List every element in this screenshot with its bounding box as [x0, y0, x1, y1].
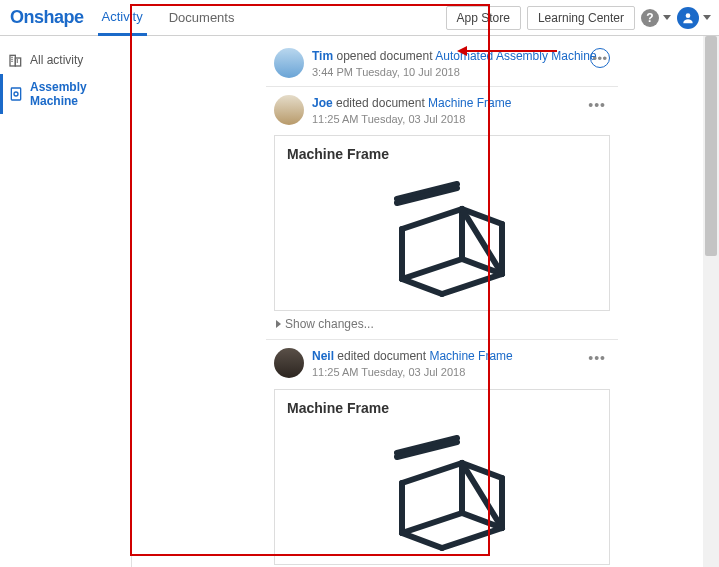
- chevron-down-icon: [663, 15, 671, 20]
- feed-document-link[interactable]: Machine Frame: [428, 96, 511, 110]
- feed-item-menu-button[interactable]: •••: [590, 48, 610, 68]
- ellipsis-icon: •••: [588, 97, 606, 113]
- feed-timestamp: 11:25 AM Tuesday, 03 Jul 2018: [312, 365, 513, 380]
- feed-timestamp: 3:44 PM Tuesday, 10 Jul 2018: [312, 65, 597, 80]
- feed-action-text: opened document: [333, 49, 435, 63]
- feed-user-link[interactable]: Neil: [312, 349, 334, 363]
- document-icon: [8, 86, 24, 102]
- scrollbar-thumb[interactable]: [705, 36, 717, 256]
- svg-line-20: [442, 274, 502, 294]
- preview-title: Machine Frame: [287, 146, 597, 162]
- activity-feed: Tim opened document Automated Assembly M…: [266, 36, 618, 567]
- feed-item-head: Neil edited document Machine Frame11:25 …: [274, 348, 610, 380]
- tab-documents[interactable]: Documents: [165, 0, 239, 36]
- svg-line-13: [402, 209, 462, 229]
- user-avatar-icon: [677, 7, 699, 29]
- svg-point-9: [14, 92, 18, 96]
- feed-item-head: Joe edited document Machine Frame11:25 A…: [274, 95, 610, 127]
- svg-rect-1: [10, 55, 15, 66]
- user-menu[interactable]: [677, 7, 711, 29]
- sidebar-item-assembly-machine[interactable]: Assembly Machine: [0, 74, 131, 114]
- sidebar-item-label: All activity: [30, 53, 83, 67]
- sidebar: All activity Assembly Machine: [0, 36, 132, 567]
- chevron-right-icon: [276, 320, 281, 328]
- show-changes-toggle[interactable]: Show changes...: [274, 311, 610, 333]
- ellipsis-icon: •••: [592, 51, 607, 66]
- tab-activity[interactable]: Activity: [98, 0, 147, 36]
- feed-item-text: Neil edited document Machine Frame11:25 …: [312, 348, 513, 380]
- chevron-down-icon: [703, 15, 711, 20]
- feed-user-link[interactable]: Joe: [312, 96, 333, 110]
- help-icon: ?: [641, 9, 659, 27]
- svg-line-25: [402, 463, 462, 483]
- feed-item: Joe edited document Machine Frame11:25 A…: [266, 86, 618, 339]
- building-icon: [8, 52, 24, 68]
- feed-item: Neil edited document Machine Frame11:25 …: [266, 339, 618, 567]
- feed-action-text: edited document: [333, 96, 428, 110]
- feed-item-text: Tim opened document Automated Assembly M…: [312, 48, 597, 80]
- preview-card[interactable]: Machine Frame: [274, 389, 610, 565]
- svg-line-15: [402, 259, 462, 279]
- learning-center-button[interactable]: Learning Center: [527, 6, 635, 30]
- feed-document-link[interactable]: Automated Assembly Machine: [435, 49, 596, 63]
- app-header: Onshape Activity Documents App Store Lea…: [0, 0, 719, 36]
- feed-document-link[interactable]: Machine Frame: [429, 349, 512, 363]
- user-avatar[interactable]: [274, 95, 304, 125]
- svg-line-32: [442, 528, 502, 548]
- show-changes-label: Show changes...: [285, 317, 374, 331]
- app-store-button[interactable]: App Store: [446, 6, 521, 30]
- svg-point-0: [686, 13, 691, 18]
- feed-timestamp: 11:25 AM Tuesday, 03 Jul 2018: [312, 112, 511, 127]
- preview-thumbnail: [287, 418, 597, 558]
- feed-item: Tim opened document Automated Assembly M…: [266, 40, 618, 86]
- nav-tabs: Activity Documents: [98, 0, 257, 36]
- feed-item-text: Joe edited document Machine Frame11:25 A…: [312, 95, 511, 127]
- sidebar-item-label: Assembly Machine: [30, 80, 123, 108]
- main-content: Tim opened document Automated Assembly M…: [132, 36, 719, 567]
- scrollbar[interactable]: [703, 36, 719, 567]
- ellipsis-icon: •••: [588, 350, 606, 366]
- body: All activity Assembly Machine Tim opened…: [0, 36, 719, 567]
- preview-card[interactable]: Machine Frame: [274, 135, 610, 311]
- logo[interactable]: Onshape: [10, 7, 84, 28]
- feed-item-head: Tim opened document Automated Assembly M…: [274, 48, 610, 80]
- header-right: App Store Learning Center ?: [446, 6, 711, 30]
- sidebar-item-all-activity[interactable]: All activity: [0, 46, 131, 74]
- preview-thumbnail: [287, 164, 597, 304]
- svg-line-31: [402, 533, 442, 548]
- help-menu[interactable]: ?: [641, 9, 671, 27]
- feed-user-link[interactable]: Tim: [312, 49, 333, 63]
- feed-item-menu-button[interactable]: •••: [584, 348, 610, 368]
- header-left: Onshape Activity Documents: [10, 0, 256, 36]
- svg-rect-8: [11, 88, 20, 100]
- feed-action-text: edited document: [334, 349, 429, 363]
- svg-line-27: [402, 513, 462, 533]
- feed-item-menu-button[interactable]: •••: [584, 95, 610, 115]
- user-avatar[interactable]: [274, 48, 304, 78]
- user-avatar[interactable]: [274, 348, 304, 378]
- preview-title: Machine Frame: [287, 400, 597, 416]
- svg-line-19: [402, 279, 442, 294]
